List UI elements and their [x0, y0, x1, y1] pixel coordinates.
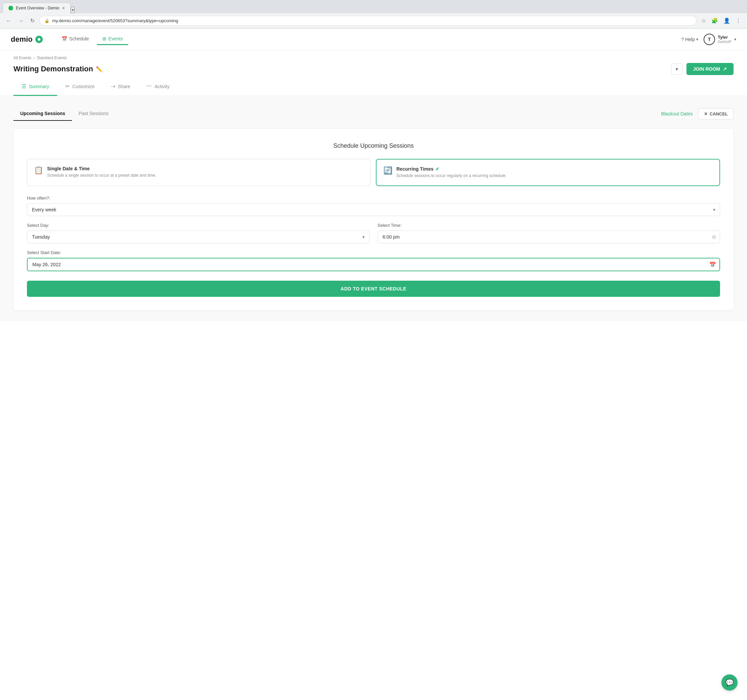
select-day-select[interactable]: Tuesday — [27, 231, 369, 243]
single-date-title: Single Date & Time — [47, 166, 156, 171]
address-bar[interactable]: 🔒 my.demio.com/manage/event/520653?summa… — [39, 16, 697, 26]
day-time-row: Select Day: Tuesday Select Time: ⊙ — [27, 223, 720, 243]
cancel-button[interactable]: ✕ CANCEL — [698, 108, 733, 119]
nav-schedule[interactable]: 📅 Schedule — [56, 33, 94, 45]
back-button[interactable]: ← — [4, 17, 14, 25]
activity-tab-icon: 〰 — [147, 83, 152, 89]
title-actions: ▾ JOIN ROOM ↗ — [671, 63, 733, 75]
start-date-input[interactable] — [27, 258, 720, 271]
select-time-wrapper: ⊙ — [378, 231, 720, 243]
tab-customize[interactable]: ✂ Customize — [57, 78, 103, 96]
breadcrumb-all-events[interactable]: All Events — [14, 56, 31, 60]
user-chevron-icon: ▾ — [734, 37, 736, 42]
upcoming-sessions-tab[interactable]: Upcoming Sessions — [14, 107, 72, 121]
edit-icon[interactable]: ✏️ — [96, 66, 103, 73]
cancel-label: CANCEL — [710, 111, 728, 116]
session-tabs: Upcoming Sessions Past Sessions — [14, 107, 115, 121]
select-day-col: Select Day: Tuesday — [27, 223, 369, 243]
nav-events[interactable]: ⊞ Events — [97, 33, 128, 45]
chat-bubble-button[interactable]: 💬 — [721, 674, 738, 691]
help-chevron-icon: ▾ — [696, 37, 698, 42]
join-room-button[interactable]: JOIN ROOM ↗ — [687, 63, 733, 75]
events-icon: ⊞ — [102, 36, 106, 41]
browser-tab[interactable]: Event Overview - Demio ✕ — [3, 3, 71, 13]
browser-toolbar: ← → ↻ 🔒 my.demio.com/manage/event/520653… — [0, 13, 747, 29]
upcoming-sessions-label: Upcoming Sessions — [20, 111, 65, 116]
page-title-text: Writing Demonstration — [14, 65, 93, 73]
schedule-icon: 📅 — [62, 36, 67, 41]
user-name: Tyler — [718, 35, 732, 40]
reload-button[interactable]: ↻ — [28, 16, 37, 25]
recurring-times-content: Recurring Times ✔ Schedule sessions to o… — [396, 166, 507, 179]
dropdown-toggle-button[interactable]: ▾ — [671, 63, 682, 75]
share-tab-label: Share — [118, 84, 130, 89]
tabs-bar: ☰ Summary ✂ Customize ⇢ Share 〰 Activity — [0, 78, 747, 96]
bookmark-button[interactable]: ☆ — [699, 16, 708, 25]
schedule-card: Schedule Upcoming Sessions 📋 Single Date… — [14, 129, 733, 310]
help-button[interactable]: ? Help ▾ — [681, 37, 698, 42]
events-label: Events — [108, 36, 123, 41]
menu-button[interactable]: ⋮ — [733, 16, 743, 25]
browser-chrome: Event Overview - Demio ✕ + ← → ↻ 🔒 my.de… — [0, 0, 747, 29]
breadcrumb-standard-events[interactable]: Standard Events — [37, 56, 67, 60]
help-label: Help — [685, 37, 695, 42]
single-date-card[interactable]: 📋 Single Date & Time Schedule a single s… — [27, 159, 370, 186]
how-often-label: How often?: — [27, 195, 720, 201]
tab-close-btn[interactable]: ✕ — [62, 6, 65, 11]
select-time-input[interactable] — [378, 231, 720, 243]
cancel-x-icon: ✕ — [704, 111, 708, 116]
tab-share[interactable]: ⇢ Share — [103, 78, 138, 96]
lock-icon: 🔒 — [44, 18, 50, 23]
select-day-label: Select Day: — [27, 223, 369, 228]
single-date-content: Single Date & Time Schedule a single ses… — [47, 166, 156, 178]
select-time-label: Select Time: — [378, 223, 720, 228]
how-often-select[interactable]: Every week — [27, 203, 720, 216]
user-info: Tyler GetVoIP — [718, 35, 732, 44]
chat-icon: 💬 — [726, 679, 734, 686]
tab-activity[interactable]: 〰 Activity — [138, 78, 177, 96]
customize-tab-label: Customize — [73, 84, 95, 89]
page-title-row: Writing Demonstration ✏️ ▾ JOIN ROOM ↗ — [0, 60, 747, 75]
blackout-dates-link[interactable]: Blackout Dates — [661, 111, 693, 116]
session-header-actions: Blackout Dates ✕ CANCEL — [661, 108, 733, 119]
tab-favicon — [8, 6, 13, 11]
external-link-icon: ↗ — [723, 66, 727, 72]
start-date-group: Select Start Date: 📅 — [27, 250, 720, 271]
schedule-card-title: Schedule Upcoming Sessions — [27, 142, 720, 150]
breadcrumb: All Events › Standard Events — [14, 56, 733, 60]
browser-actions: ☆ 🧩 👤 ⋮ — [699, 16, 743, 25]
activity-tab-label: Activity — [154, 84, 169, 89]
option-cards: 📋 Single Date & Time Schedule a single s… — [27, 159, 720, 186]
how-often-select-wrapper: Every week — [27, 203, 720, 216]
recurring-times-card[interactable]: 🔄 Recurring Times ✔ Schedule sessions to… — [376, 159, 720, 186]
past-sessions-tab[interactable]: Past Sessions — [72, 107, 115, 121]
new-tab-button[interactable]: + — [71, 7, 75, 13]
avatar: T — [703, 34, 715, 45]
tab-title: Event Overview - Demio — [16, 6, 59, 11]
summary-tab-label: Summary — [29, 84, 49, 89]
start-date-label: Select Start Date: — [27, 250, 720, 255]
breadcrumb-area: All Events › Standard Events — [0, 50, 747, 60]
single-date-icon: 📋 — [34, 166, 43, 175]
recurring-times-icon: 🔄 — [383, 166, 392, 175]
extensions-button[interactable]: 🧩 — [709, 16, 720, 25]
breadcrumb-separator: › — [33, 56, 35, 60]
url-text: my.demio.com/manage/event/520653?summary… — [52, 18, 691, 23]
check-circle-icon: ✔ — [435, 166, 440, 172]
content-area: Upcoming Sessions Past Sessions Blackout… — [0, 96, 747, 321]
nav-links: 📅 Schedule ⊞ Events — [56, 33, 128, 45]
single-date-desc: Schedule a single session to occur at a … — [47, 172, 156, 178]
profile-button[interactable]: 👤 — [721, 16, 732, 25]
schedule-label: Schedule — [69, 36, 89, 41]
user-profile[interactable]: T Tyler GetVoIP ▾ — [703, 34, 736, 45]
session-header: Upcoming Sessions Past Sessions Blackout… — [14, 107, 733, 121]
forward-button[interactable]: → — [16, 17, 26, 25]
add-to-event-schedule-button[interactable]: ADD TO EVENT SCHEDULE — [27, 281, 720, 297]
past-sessions-label: Past Sessions — [79, 111, 109, 116]
recurring-times-title: Recurring Times ✔ — [396, 166, 507, 172]
customize-tab-icon: ✂ — [65, 83, 70, 89]
how-often-group: How often?: Every week — [27, 195, 720, 216]
user-org: GetVoIP — [718, 40, 732, 44]
tab-summary[interactable]: ☰ Summary — [14, 78, 57, 96]
logo-text: demio — [11, 35, 33, 44]
